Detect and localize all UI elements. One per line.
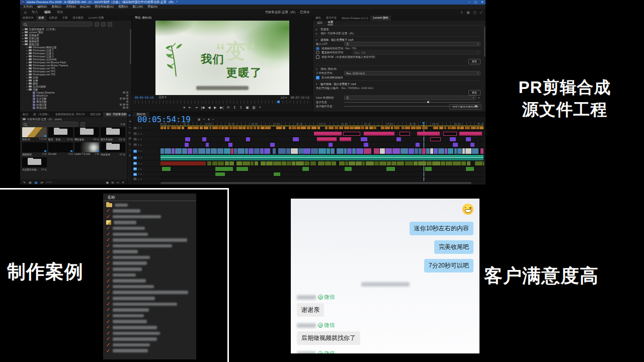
timeline-icon-2[interactable]: ◈ [208,118,210,121]
timeline-clip[interactable] [254,148,260,154]
timeline-clip[interactable] [462,148,465,154]
menu-item-6[interactable]: 视图(V) [118,5,128,9]
project-toolbar-icon-3[interactable]: ⇄ [40,180,43,184]
timeline-clip[interactable] [291,148,298,154]
timeline-clip[interactable] [364,132,394,136]
timeline-clip[interactable] [369,127,373,129]
tool-7[interactable]: T [129,155,130,158]
header-icon-3[interactable]: ⤢ [480,11,482,15]
visibility-icon[interactable] [140,168,142,170]
timeline-clip[interactable] [350,127,353,129]
timeline-clip[interactable] [232,127,238,129]
timeline-clip[interactable] [188,127,193,129]
source-clip-section[interactable]: 源剪辑 - 我们变更暖了.mp4 [320,38,353,42]
output-clip-section[interactable]: 输出剪辑 - 我们变更暖了.mp4 [320,82,356,86]
timeline-clip[interactable] [261,127,265,129]
timeline-clip[interactable] [165,148,171,154]
timeline-clip[interactable] [218,161,224,165]
transport-button-0[interactable]: ▾ [183,106,185,110]
timeline-clip[interactable] [467,161,470,165]
home-icon[interactable]: ⌂ [24,10,27,15]
tool-6[interactable]: ◔ [129,149,130,152]
minimize-button[interactable]: – [468,0,470,5]
timeline-clip[interactable] [364,148,371,154]
media-item[interactable]: 01.mp42:00 [48,142,73,156]
lock-icon[interactable] [138,157,139,158]
timeline-clip[interactable] [251,161,254,165]
transport-button-6[interactable]: ▶| [220,106,223,110]
timeline-clip[interactable] [287,161,291,165]
timeline-clip[interactable] [250,127,253,129]
timeline-clip[interactable] [318,148,326,154]
timeline-clip[interactable] [465,148,471,154]
timeline-clip[interactable] [276,127,282,129]
working-colorspace-dropdown[interactable]: Rec. 2100 HLG▾ [344,71,480,75]
file-list-header[interactable]: 名称 [103,194,196,201]
effects-scrollbar[interactable] [130,29,131,64]
timeline-clip[interactable] [200,127,203,129]
timeline-clip[interactable] [243,161,250,165]
file-row[interactable]: ✓ [103,296,196,302]
timeline-clip[interactable] [422,148,426,154]
timeline-clip[interactable] [302,167,309,171]
timeline-clip[interactable] [385,148,392,154]
timeline-clip[interactable] [387,161,391,165]
tab-effects-5[interactable]: Lumetri 范围 [86,16,106,21]
timeline-clip[interactable] [425,167,432,171]
timeline-clip[interactable] [335,127,339,129]
source-patch[interactable]: A1 [133,156,137,159]
timeline-clip[interactable] [374,127,376,129]
visibility-icon[interactable] [140,144,142,146]
lock-icon[interactable] [138,173,139,175]
track-toggle[interactable]: V6 [133,127,137,130]
tab-effects-3[interactable]: 字幕 [60,16,70,21]
file-row[interactable]: ✓ [103,243,196,249]
track-header-V3[interactable]: V3 [132,142,160,148]
timeline-clip[interactable] [461,161,466,165]
source-patch[interactable]: A3 [133,167,137,170]
transport-button-3[interactable]: |◀ [201,106,205,110]
header-tab-export[interactable]: 导出 [57,10,63,15]
lock-icon[interactable] [138,144,139,146]
tab-lumetri-2[interactable]: Motion Presets v1.1.0 [339,16,370,21]
tab-lumetri-3[interactable]: Lumetri 颜色 [370,16,390,21]
timeline-clip[interactable] [349,161,355,165]
timeline-clip[interactable] [304,161,310,165]
timeline-clip[interactable] [167,127,170,129]
timeline-clip[interactable] [209,127,211,129]
timeline-clip[interactable] [314,132,342,136]
timeline-clip[interactable] [381,127,384,129]
timeline-clip[interactable] [465,127,470,129]
timeline-clip[interactable] [405,161,413,165]
timeline-clip[interactable] [325,127,328,129]
timeline-clip[interactable] [257,127,260,129]
timeline-clip[interactable] [366,161,374,165]
timeline-clip[interactable] [265,127,270,129]
file-row[interactable]: ✓ [103,330,196,336]
timeline-clip[interactable] [229,161,234,165]
transport-button-8[interactable]: ↥ [233,106,235,110]
track-toggle[interactable]: V4 [133,138,137,141]
override-colorspace-dropdown[interactable]: Rec. 709▾ [353,50,480,55]
transport-button-2[interactable]: ⇥ [195,106,197,110]
timeline-clip[interactable] [339,161,345,165]
timeline-clip[interactable] [364,143,368,147]
file-row[interactable]: ✓ [103,208,196,214]
timeline-clip[interactable] [391,161,396,165]
refresh-icon[interactable]: ⟳ [478,97,480,99]
track-header-V2[interactable]: V2 [132,148,160,155]
maximize-button[interactable]: ▢ [474,0,477,5]
tool-2[interactable]: ↔ [128,126,131,129]
project-breadcrumb[interactable]: 竹材事业部-定置（内）.prproj [27,118,61,121]
timeline-clip[interactable] [450,137,456,141]
transport-button-7[interactable]: ⟳ [227,106,229,110]
timeline-icon-0[interactable]: ▦ [198,118,200,121]
timeline-clip[interactable] [273,161,281,165]
timeline-clip[interactable] [310,161,316,165]
lumetri-scrollbar[interactable] [484,27,486,57]
lock-icon[interactable] [138,178,139,180]
timeline-clip[interactable] [361,137,367,141]
timeline-clip[interactable] [224,127,228,129]
prefs-section[interactable]: 首选项 [320,28,329,31]
track-toggle[interactable]: V3 [133,143,137,146]
